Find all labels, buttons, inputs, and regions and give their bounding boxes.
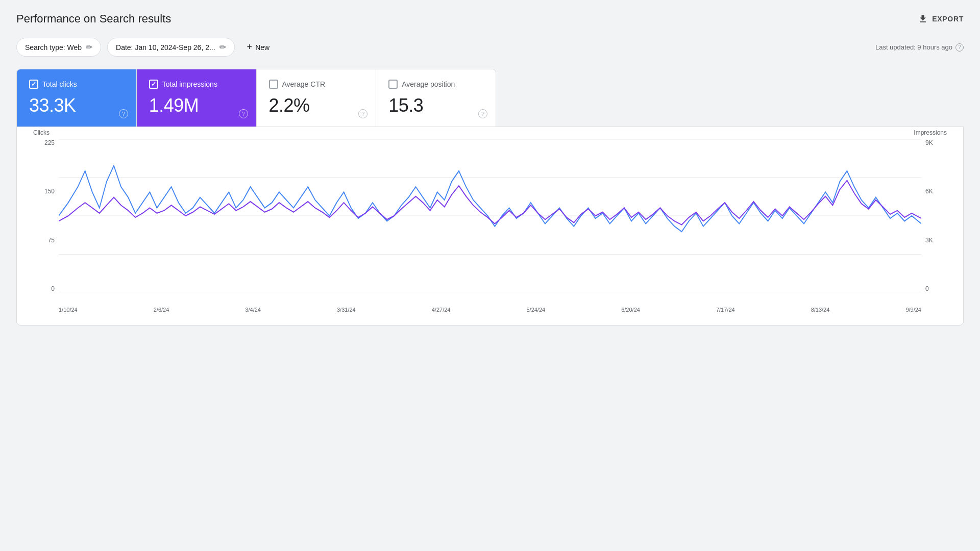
- search-type-label: Search type: Web: [25, 43, 82, 52]
- x-label-7: 7/17/24: [716, 307, 735, 313]
- last-updated: Last updated: 9 hours ago ?: [875, 43, 964, 52]
- y-right-tick-3k: 3K: [925, 237, 933, 244]
- average-position-help-icon[interactable]: ?: [478, 109, 487, 118]
- download-icon: [918, 14, 928, 24]
- export-button[interactable]: EXPORT: [918, 14, 964, 24]
- page-title: Performance on Search results: [16, 12, 171, 26]
- chart-svg: [59, 139, 921, 292]
- y-axis-left: Clicks 225 150 75 0: [33, 139, 59, 292]
- search-type-edit-icon: ✏: [86, 42, 92, 52]
- y-left-axis-title: Clicks: [33, 129, 50, 136]
- metrics-row: Total clicks 33.3K ? Total impressions 1…: [16, 69, 496, 127]
- metric-average-ctr[interactable]: Average CTR 2.2% ?: [257, 69, 377, 127]
- x-label-1: 2/6/24: [154, 307, 169, 313]
- new-button[interactable]: + New: [241, 38, 276, 57]
- info-icon: ?: [955, 43, 964, 52]
- chart-container: Clicks 225 150 75 0 Impressions 9K 6K 3K…: [16, 127, 964, 325]
- x-label-0: 1/10/24: [59, 307, 78, 313]
- y-right-tick-0: 0: [925, 285, 929, 292]
- average-position-checkbox[interactable]: [388, 80, 398, 89]
- y-right-axis-title: Impressions: [914, 129, 947, 136]
- x-label-8: 8/13/24: [811, 307, 830, 313]
- y-left-tick-225: 225: [44, 139, 55, 146]
- new-label: New: [255, 43, 270, 52]
- metric-total-clicks[interactable]: Total clicks 33.3K ?: [17, 69, 137, 127]
- x-label-6: 6/20/24: [621, 307, 640, 313]
- metric-total-impressions[interactable]: Total impressions 1.49M ?: [137, 69, 257, 127]
- export-label: EXPORT: [932, 15, 964, 23]
- total-impressions-help-icon[interactable]: ?: [239, 109, 248, 118]
- average-ctr-checkbox[interactable]: [269, 80, 278, 89]
- total-clicks-label: Total clicks: [42, 80, 77, 88]
- y-axis-right: Impressions 9K 6K 3K 0: [921, 139, 947, 292]
- clicks-line: [59, 166, 921, 232]
- total-clicks-help-icon[interactable]: ?: [119, 109, 128, 118]
- y-right-tick-6k: 6K: [925, 188, 933, 195]
- y-left-tick-75: 75: [48, 237, 55, 244]
- date-range-edit-icon: ✏: [219, 42, 226, 52]
- y-left-tick-0: 0: [51, 285, 55, 292]
- x-axis-labels: 1/10/24 2/6/24 3/4/24 3/31/24 4/27/24 5/…: [59, 307, 921, 313]
- plus-icon: +: [247, 42, 253, 53]
- chart-svg-wrapper: [59, 139, 921, 292]
- x-label-4: 4/27/24: [432, 307, 451, 313]
- date-range-label: Date: Jan 10, 2024-Sep 26, 2...: [116, 43, 215, 52]
- metric-average-position[interactable]: Average position 15.3 ?: [376, 69, 496, 127]
- y-left-tick-150: 150: [44, 188, 55, 195]
- x-label-3: 3/31/24: [337, 307, 356, 313]
- total-impressions-checkbox[interactable]: [149, 80, 158, 89]
- total-clicks-checkbox[interactable]: [29, 80, 38, 89]
- date-range-filter[interactable]: Date: Jan 10, 2024-Sep 26, 2... ✏: [107, 38, 235, 57]
- x-label-2: 3/4/24: [245, 307, 261, 313]
- average-position-label: Average position: [402, 80, 455, 88]
- impressions-line: [59, 181, 921, 225]
- total-impressions-value: 1.49M: [149, 95, 244, 116]
- total-impressions-label: Total impressions: [162, 80, 217, 88]
- average-position-value: 15.3: [388, 95, 483, 116]
- chart-area: Clicks 225 150 75 0 Impressions 9K 6K 3K…: [33, 139, 947, 313]
- average-ctr-label: Average CTR: [282, 80, 326, 88]
- total-clicks-value: 33.3K: [29, 95, 124, 116]
- filters-row: Search type: Web ✏ Date: Jan 10, 2024-Se…: [16, 38, 964, 57]
- x-label-5: 5/24/24: [526, 307, 545, 313]
- average-ctr-help-icon[interactable]: ?: [358, 109, 368, 118]
- x-label-9: 9/9/24: [905, 307, 921, 313]
- search-type-filter[interactable]: Search type: Web ✏: [16, 38, 101, 57]
- y-right-tick-9k: 9K: [925, 139, 933, 146]
- average-ctr-value: 2.2%: [269, 95, 364, 116]
